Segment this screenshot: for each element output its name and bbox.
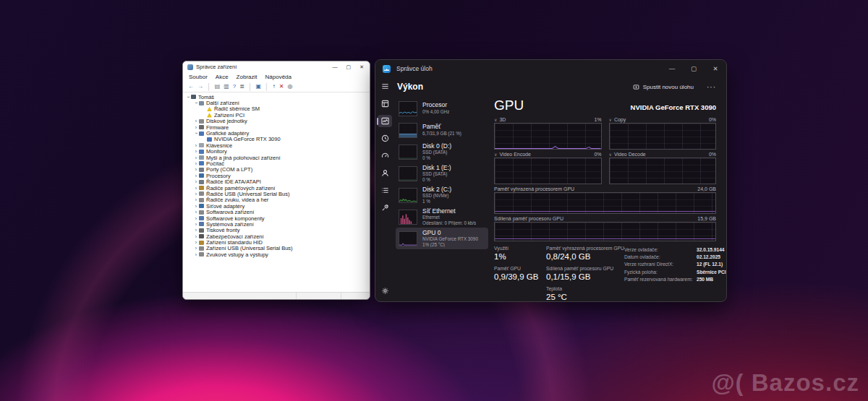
minimize-button[interactable]: — [661,60,683,77]
users-icon[interactable] [378,167,392,179]
dedicated-memory-chart [494,192,716,214]
device-category-icon [199,228,204,233]
tree-expander-icon[interactable]: › [193,191,199,197]
processes-icon[interactable] [378,98,392,110]
hamburger-menu-icon[interactable] [378,80,392,92]
details-icon[interactable] [378,184,392,197]
device-category-icon [199,168,204,172]
maximize-button[interactable]: ▢ [683,60,705,77]
menu-zobrazit[interactable]: Zobrazit [237,74,258,80]
task-manager-app-icon [383,65,391,73]
console-tree-icon[interactable]: ▤ [215,84,221,90]
engine-chart-header-video-encode[interactable]: ∨ Video Encode 0% [494,152,602,157]
tree-expander-icon[interactable]: › [193,216,199,221]
task-manager-titlebar: Správce úloh — ▢ ✕ [375,60,726,77]
tree-expander-icon[interactable]: › [193,240,199,245]
menu-soubor[interactable]: Soubor [189,74,208,80]
tree-expander-icon[interactable]: › [193,197,199,202]
tree-expander-icon[interactable]: › [193,210,199,215]
update-driver-icon[interactable]: ↑ [273,84,276,90]
tree-expander-icon[interactable]: › [193,173,199,178]
device-category-icon [199,155,204,160]
device-category-icon [199,252,204,256]
tree-expander-icon[interactable]: › [194,100,199,106]
engine-chart-header-3d[interactable]: ∨ 3D 1% [494,117,602,122]
mini-chart-disk-flat [399,145,417,160]
uninstall-device-icon[interactable]: ✕ [279,84,284,90]
task-manager-window: Správce úloh — ▢ ✕ [375,59,727,302]
stat-dedicated-memory: Paměť vyhrazená procesorem GPU 0,8/24,0 … [546,246,624,261]
menu-napoveda[interactable]: Nápověda [265,74,292,80]
performance-list-item-s-ethernet[interactable]: Síť EthernetEthernetOdesílání: 0 Příjem:… [396,206,488,228]
chevron-down-icon: ∨ [609,117,612,122]
perf-item-sub: Ethernet [422,215,476,220]
tree-expander-icon[interactable]: › [193,204,199,209]
tree-expander-icon[interactable]: › [193,143,199,148]
tree-expander-icon[interactable]: › [193,234,199,239]
perf-item-name: GPU 0 [422,230,478,237]
engine-chart-header-video-decode[interactable]: ∨ Video Decode 0% [609,152,717,157]
tree-expander-icon[interactable]: › [193,222,199,227]
settings-gear-icon[interactable] [378,285,392,297]
gpu-detail-stat-row: Fyzická poloha:Sběrnice PCI 1, zařízení … [624,269,727,276]
tree-expander-icon[interactable]: › [193,179,199,184]
performance-list-item-disk-1-e-[interactable]: Disk 1 (E:)SSD (SATA)0 % [396,163,488,184]
list-icon[interactable]: ≣ [239,84,244,90]
separator: │ [248,84,252,90]
perf-item-sub: NVIDIA GeForce RTX 3090 [422,236,478,242]
device-category-icon [191,95,196,99]
device-manager-toolbar: ←→│▤▥?≣│▣│↑✕◎ [183,82,370,92]
performance-list-item-disk-0-d-[interactable]: Disk 0 (D:)SSD (SATA)0 % [396,141,488,163]
back-icon[interactable]: ← [188,84,194,90]
tree-expander-icon[interactable]: › [194,131,199,137]
device-tree-item[interactable]: Zařízení PCI [183,112,370,118]
help-icon[interactable]: ? [233,84,236,90]
app-history-icon[interactable] [378,132,392,145]
perf-item-name: Disk 0 (D:) [422,143,451,150]
page-title: Výkon [397,82,629,92]
tree-expander-icon[interactable]: › [193,167,199,172]
performance-list-item-gpu-0[interactable]: GPU 0NVIDIA GeForce RTX 30901% (25 °C) [396,228,488,249]
more-options-button[interactable]: ··· [707,83,716,91]
gpu-detail-stat-row: Verze rozhraní DirectX:12 (FL 12.1) [624,261,727,268]
tree-expander-icon[interactable]: › [193,246,199,251]
tree-expander-icon[interactable]: › [193,161,199,166]
mini-chart-memory [399,123,417,138]
perf-item-name: Disk 2 (C:) [422,186,451,194]
tree-expander-icon[interactable]: › [186,94,191,100]
tree-expander-icon[interactable]: › [193,118,199,124]
tree-expander-icon[interactable]: › [193,125,199,130]
device-category-icon [199,204,204,208]
gpu-detail-stats: Verze ovladače:32.0.15.9144Datum ovladač… [624,246,727,301]
performance-list-item-disk-2-c-[interactable]: Disk 2 (C:)SSD (NVMe)1 % [396,184,488,206]
close-button[interactable]: ✕ [359,64,364,70]
close-button[interactable]: ✕ [705,60,726,77]
forward-icon[interactable]: → [197,84,203,90]
performance-icon[interactable] [378,115,392,127]
tree-expander-icon[interactable]: › [193,228,199,233]
device-tree-item[interactable]: Řadič sběrnice SM [183,106,370,112]
device-tree-item[interactable]: ›Zvukové vstupy a výstupy [183,251,370,257]
minimize-button[interactable]: — [333,64,338,70]
engine-chart-3d [494,123,602,150]
tree-expander-icon[interactable]: › [193,186,199,191]
perf-item-sub: 0 % [422,177,451,183]
maximize-button[interactable]: ▢ [346,64,352,70]
engine-chart-header-copy[interactable]: ∨ Copy 0% [609,117,717,122]
startup-apps-icon[interactable] [378,150,392,162]
stat-utilization: Využití 1% [494,246,546,261]
properties-icon[interactable]: ▥ [224,84,229,90]
chevron-down-icon: ∨ [494,117,497,122]
device-tree-item[interactable]: ›Další zařízení [183,100,370,105]
menu-akce[interactable]: Akce [216,74,229,80]
tree-expander-icon[interactable]: › [193,149,199,154]
scan-hardware-icon[interactable]: ◎ [287,84,292,90]
tree-expander-icon[interactable]: › [193,252,199,257]
performance-list-item-procesor[interactable]: Procesor0% 4,00 GHz [396,98,488,119]
run-new-task-button[interactable]: Spustit novou úlohu [629,82,698,92]
performance-list-item-pam-[interactable]: Paměť6,7/31,9 GB (21 %) [396,119,488,141]
devices-icon[interactable]: ▣ [256,84,262,90]
tree-expander-icon[interactable]: › [193,155,199,160]
services-icon[interactable] [378,202,392,214]
task-manager-title: Správce úloh [396,65,661,72]
